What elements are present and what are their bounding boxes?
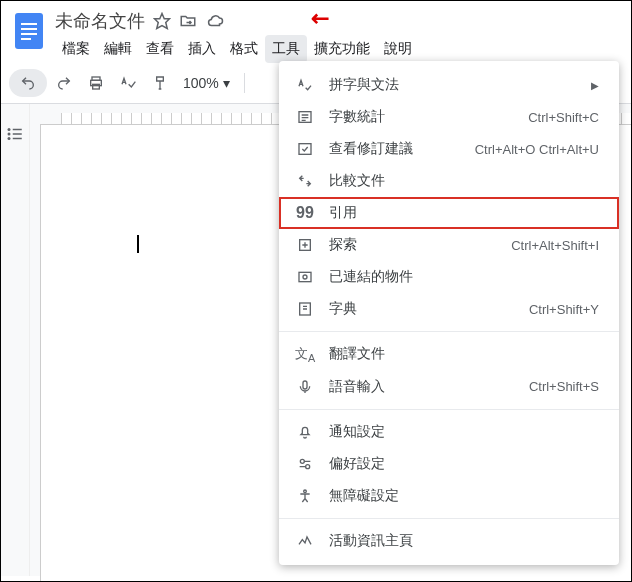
menu-item-spellcheck[interactable]: 拼字與文法▶ [279,69,619,101]
menu-label: 無障礙設定 [329,487,599,505]
menu-label: 探索 [329,236,511,254]
document-title[interactable]: 未命名文件 [55,9,145,33]
menu-label: 活動資訊主頁 [329,532,599,550]
menu-label: 比較文件 [329,172,599,190]
move-icon[interactable] [179,12,197,30]
menu-label: 拼字與文法 [329,76,583,94]
svg-marker-5 [155,14,170,29]
svg-rect-0 [15,13,43,49]
menu-label: 查看修訂建議 [329,140,475,158]
docs-logo-icon[interactable] [11,9,47,53]
voice-icon [293,379,317,395]
svg-rect-1 [21,23,37,25]
undo-button[interactable] [13,69,43,97]
svg-rect-4 [21,38,31,40]
svg-rect-12 [13,133,22,135]
quote-icon: 99 [293,204,317,222]
menu-separator [279,409,619,410]
compare-icon [293,173,317,189]
menu-shortcut: Ctrl+Alt+Shift+I [511,238,599,253]
svg-rect-18 [299,272,311,281]
menu-shortcut: Ctrl+Alt+O Ctrl+Alt+U [475,142,599,157]
text-cursor [137,235,139,253]
menu-shortcut: Ctrl+Shift+C [528,110,599,125]
svg-point-22 [306,464,310,468]
svg-point-13 [8,137,11,140]
print-button[interactable] [81,69,111,97]
menu-label: 偏好設定 [329,455,599,473]
linked-icon [293,269,317,285]
menu-item-quote[interactable]: 99引用 [279,197,619,229]
cloud-status-icon[interactable] [205,12,225,30]
menu-label: 通知設定 [329,423,599,441]
star-icon[interactable] [153,12,171,30]
wordcount-icon [293,109,317,125]
svg-rect-3 [21,33,37,35]
menu-format[interactable]: 格式 [223,35,265,63]
prefs-icon [293,456,317,472]
menu-separator [279,518,619,519]
menu-item-wordcount[interactable]: 字數統計Ctrl+Shift+C [279,101,619,133]
redo-button[interactable] [49,69,79,97]
menu-label: 已連結的物件 [329,268,599,286]
menu-item-compare[interactable]: 比較文件 [279,165,619,197]
tools-dropdown: 拼字與文法▶字數統計Ctrl+Shift+C查看修訂建議Ctrl+Alt+O C… [279,61,619,565]
toolbar-separator [244,73,245,93]
menu-help[interactable]: 說明 [377,35,419,63]
zoom-selector[interactable]: 100% ▾ [177,75,236,91]
menu-item-prefs[interactable]: 偏好設定 [279,448,619,480]
menu-label: 語音輸入 [329,378,529,396]
menu-shortcut: Ctrl+Shift+Y [529,302,599,317]
menu-item-linked[interactable]: 已連結的物件 [279,261,619,293]
chevron-right-icon: ▶ [591,80,599,91]
menu-extensions[interactable]: 擴充功能 [307,35,377,63]
menu-item-voice[interactable]: 語音輸入Ctrl+Shift+S [279,371,619,403]
menu-label: 引用 [329,204,599,222]
menu-shortcut: Ctrl+Shift+S [529,379,599,394]
menu-tools[interactable]: 工具 [265,35,307,63]
zoom-value: 100% [183,75,219,91]
outline-button[interactable] [1,120,29,148]
menu-item-explore[interactable]: 探索Ctrl+Alt+Shift+I [279,229,619,261]
svg-point-21 [300,459,304,463]
a11y-icon [293,488,317,504]
dict-icon [293,301,317,317]
activity-icon [293,533,317,549]
menu-separator [279,331,619,332]
header: 未命名文件 檔案 編輯 查看 插入 格式 工具 擴充功能 說明 [1,1,631,63]
menu-label: 翻譯文件 [329,345,599,363]
svg-point-23 [304,490,307,493]
svg-rect-14 [13,138,22,140]
chevron-down-icon: ▾ [223,75,230,91]
svg-rect-2 [21,28,37,30]
bell-icon [293,424,317,440]
menu-file[interactable]: 檔案 [55,35,97,63]
svg-rect-16 [299,144,311,155]
menu-label: 字數統計 [329,108,528,126]
menu-edit[interactable]: 編輯 [97,35,139,63]
explore-icon [293,237,317,253]
menu-item-a11y[interactable]: 無障礙設定 [279,480,619,512]
spellcheck-button[interactable] [113,69,143,97]
menu-insert[interactable]: 插入 [181,35,223,63]
svg-point-9 [8,128,11,131]
spellcheck-icon [293,77,317,93]
svg-rect-10 [13,129,22,131]
menu-item-activity[interactable]: 活動資訊主頁 [279,525,619,557]
menu-item-dict[interactable]: 字典Ctrl+Shift+Y [279,293,619,325]
menu-label: 字典 [329,300,529,318]
menu-item-bell[interactable]: 通知設定 [279,416,619,448]
menu-view[interactable]: 查看 [139,35,181,63]
translate-icon: 文A [293,345,317,364]
menubar: 檔案 編輯 查看 插入 格式 工具 擴充功能 說明 [55,35,419,63]
menu-item-translate[interactable]: 文A翻譯文件 [279,338,619,371]
suggest-icon [293,141,317,157]
svg-rect-20 [303,381,307,389]
paint-format-button[interactable] [145,69,175,97]
menu-item-suggest[interactable]: 查看修訂建議Ctrl+Alt+O Ctrl+Alt+U [279,133,619,165]
svg-point-11 [8,133,11,136]
